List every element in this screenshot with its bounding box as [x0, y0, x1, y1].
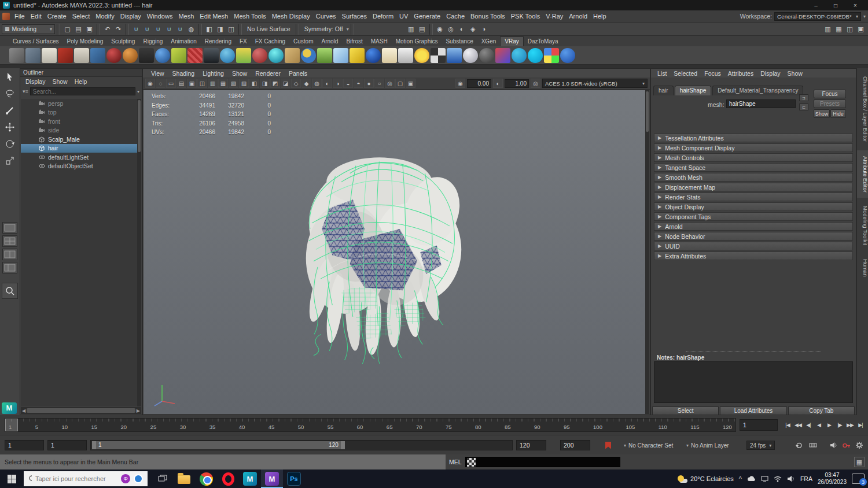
depth-of-field-icon[interactable]: ○: [374, 79, 384, 88]
shelf-tab-fx-caching[interactable]: FX Caching: [251, 37, 289, 46]
sidebar-toolsettings-toggle-icon[interactable]: ◫: [844, 24, 855, 35]
shelf-tool-icon[interactable]: [382, 48, 397, 63]
sidebar-outliner-toggle-icon[interactable]: ▣: [855, 24, 866, 35]
shelf-tool-icon[interactable]: [106, 48, 122, 63]
outliner-item-front[interactable]: front: [21, 117, 137, 126]
wireframe-icon[interactable]: ◇: [291, 79, 301, 88]
construction-history-icon[interactable]: ◫: [226, 24, 237, 35]
menu-modify[interactable]: Modify: [93, 13, 117, 20]
section-displacement-map[interactable]: ▶Displacement Map: [654, 183, 853, 191]
layout-outliner-persp-icon[interactable]: [2, 262, 17, 273]
section-tessellation-attributes[interactable]: ▶Tessellation Attributes: [654, 134, 853, 142]
menu-mesh[interactable]: Mesh: [175, 13, 197, 20]
shelf-tool-icon[interactable]: [187, 48, 203, 63]
hide-button[interactable]: Hide: [830, 109, 846, 118]
menu-set-dropdown[interactable]: ▦ Modeling ▾: [2, 24, 55, 34]
close-button[interactable]: ×: [845, 0, 865, 10]
select-camera-icon[interactable]: ◉: [145, 79, 155, 88]
resolution-gate-icon[interactable]: ▨: [239, 79, 249, 88]
menu-vray[interactable]: V-Ray: [543, 13, 566, 20]
menu-windows[interactable]: Windows: [144, 13, 176, 20]
screen-space-ao-icon[interactable]: ◒: [343, 79, 353, 88]
shelf-tool-icon[interactable]: [447, 48, 462, 63]
viewport-menu-show[interactable]: Show: [229, 70, 251, 77]
outliner-item-top[interactable]: top: [21, 108, 137, 117]
exposure-field[interactable]: [467, 79, 491, 88]
character-set-dropdown[interactable]: ▾ No Character Set: [624, 441, 673, 450]
notes-textarea[interactable]: [654, 361, 853, 403]
step-back-key-button[interactable]: ◀◀: [793, 419, 803, 431]
select-tool-icon[interactable]: [2, 69, 18, 85]
outliner-horizontal-scrollbar[interactable]: ◀ ▶: [21, 407, 141, 414]
shelf-tab-fx[interactable]: FX: [236, 37, 251, 46]
animation-preferences-gear-icon[interactable]: [854, 441, 865, 450]
shelf-tab-poly-modeling[interactable]: Poly Modeling: [62, 37, 107, 46]
shelf-tool-icon[interactable]: [123, 48, 138, 63]
shelf-tool-icon[interactable]: [544, 48, 559, 63]
current-frame-field[interactable]: [740, 419, 778, 431]
playback-end-field[interactable]: [516, 440, 546, 450]
shelf-tab-curves-surfaces[interactable]: Curves / Surfaces: [9, 37, 62, 46]
shelf-tool-icon[interactable]: [204, 48, 219, 63]
shelf-tool-icon[interactable]: [366, 48, 381, 63]
lasso-select-tool-icon[interactable]: [2, 86, 18, 102]
render-settings-icon[interactable]: ◈: [468, 24, 479, 35]
separator[interactable]: [198, 24, 202, 35]
separator[interactable]: [238, 24, 242, 35]
shelf-tool-icon[interactable]: [155, 48, 170, 63]
shelf-tab-rigging[interactable]: Rigging: [139, 37, 167, 46]
new-scene-icon[interactable]: ▢: [62, 24, 73, 35]
shelf-tool-icon[interactable]: [333, 48, 348, 63]
script-editor-icon[interactable]: ▦: [854, 457, 865, 467]
mesh-name-field[interactable]: [726, 99, 796, 108]
range-start-handle[interactable]: [92, 441, 96, 449]
show-hidden-icons-chevron[interactable]: ^: [739, 475, 742, 482]
symmetry-dropdown[interactable]: Symmetry: Off: [301, 25, 347, 32]
mute-audio-icon[interactable]: [829, 441, 839, 450]
scrollbar-thumb[interactable]: [646, 91, 649, 132]
separator[interactable]: [126, 24, 129, 35]
shelf-tab-daztomaya[interactable]: DazToMaya: [524, 37, 562, 46]
menu-file[interactable]: File: [12, 13, 28, 20]
layout-four-pane-icon[interactable]: [2, 235, 17, 247]
menu-create[interactable]: Create: [45, 13, 69, 20]
outliner-menu-show[interactable]: Show: [49, 78, 70, 85]
ae-menu-display[interactable]: Display: [757, 70, 783, 77]
highlight-selection-icon[interactable]: ▥: [406, 24, 417, 35]
menu-generate[interactable]: Generate: [411, 13, 443, 20]
outliner-item-persp[interactable]: persp: [21, 99, 137, 108]
layout-two-pane-icon[interactable]: [2, 249, 17, 260]
outliner-item-side[interactable]: side: [21, 126, 137, 135]
scale-tool-icon[interactable]: [2, 153, 18, 169]
shelf-tool-icon[interactable]: [398, 48, 413, 63]
open-scene-icon[interactable]: ▤: [73, 24, 84, 35]
playback-loop-icon[interactable]: [794, 441, 804, 450]
tab-modeling-toolkit[interactable]: Modeling Toolkit: [857, 200, 868, 251]
shelf-tool-icon[interactable]: [90, 48, 105, 63]
chevron-down-icon[interactable]: ▾: [137, 89, 139, 94]
shelf-tool-icon[interactable]: [301, 48, 316, 63]
start-button[interactable]: [0, 469, 24, 488]
go-to-end-button[interactable]: ▶|: [855, 419, 866, 431]
shelf-tab-sculpting[interactable]: Sculpting: [107, 37, 139, 46]
section-uuid[interactable]: ▶UUID: [654, 242, 853, 250]
menuset-icon[interactable]: [2, 13, 10, 20]
separator[interactable]: [97, 24, 100, 35]
onedrive-icon[interactable]: [747, 476, 756, 482]
camera-attributes-icon[interactable]: ▭: [166, 79, 176, 88]
shelf-tool-icon[interactable]: [528, 48, 543, 63]
view-transform-icon[interactable]: ◎: [531, 79, 540, 88]
tab-attribute-editor[interactable]: Attribute Editor: [857, 150, 868, 198]
presets-button[interactable]: Presets: [814, 99, 846, 108]
shelf-tool-icon[interactable]: [139, 48, 154, 63]
workspace-dropdown[interactable]: General-DESKTOP-C96IEDB* ▾: [774, 12, 861, 21]
file-explorer-button[interactable]: [173, 469, 195, 488]
field-chart-icon[interactable]: ◨: [260, 79, 270, 88]
make-live-icon[interactable]: ◍: [186, 24, 197, 35]
mel-label[interactable]: MEL: [449, 459, 462, 465]
command-input[interactable]: [465, 457, 620, 467]
focus-button[interactable]: Focus: [814, 90, 846, 98]
shelf-tab-vray[interactable]: VRay: [500, 36, 523, 46]
animation-end-field[interactable]: [560, 440, 590, 450]
outliner-tree[interactable]: persp top front side Scalp_Male: [21, 99, 137, 406]
